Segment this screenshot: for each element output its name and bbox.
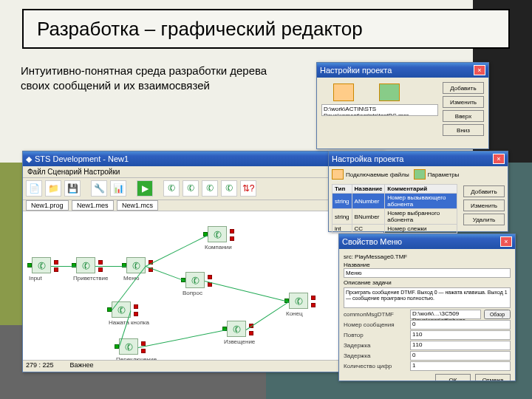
desc-label: Описание задачи [344,279,511,286]
prop-row: Задержка0 [344,351,511,361]
dlg3-titlebar[interactable]: Свойство Меню × [339,234,515,249]
node-3[interactable]: ✆Компании [208,226,230,248]
folder-icon [332,169,344,180]
prop-row: Количество цифр1 [344,361,511,371]
node-8[interactable]: ✆Конец [289,293,311,315]
prop-row: Задержка110 [344,341,511,350]
prop-value[interactable]: 110 [410,341,511,350]
tab-params[interactable]: Параметры [414,169,460,180]
project-settings-dialog-2: Настройка проекта × Подключаемые файлы П… [328,151,508,232]
save-button[interactable]: 💾 [64,180,81,197]
path-field[interactable]: D:\work\ACTIN\STS Development\scripts\te… [321,104,438,116]
node-7[interactable]: ✆Извещение [227,321,249,343]
canvas[interactable]: ✆Input✆Приветствие✆Меню✆Компании✆Вопрос✆… [23,211,383,366]
dlg2-titlebar[interactable]: Настройка проекта × [329,151,508,166]
edge [95,266,126,267]
ok-button[interactable]: ОК [435,374,471,381]
tool-phone-3[interactable]: ✆ [202,180,218,197]
prop-row: commonMsgDTMFD:\work\…\3C509 Developer\a… [344,310,511,319]
tool-phone-4[interactable]: ✆ [221,180,237,197]
prop-value[interactable]: 110 [410,330,511,340]
up-button[interactable]: Вверх [443,110,484,122]
tab-files[interactable]: Подключаемые файлы [332,169,409,180]
tool-branch[interactable]: ⇅? [240,180,256,197]
gear-icon [414,169,426,180]
tab-1[interactable]: New1.mes [72,200,114,211]
folder-icon [333,83,354,101]
table-row: stringANumberНомер вызывающего абонента [332,194,457,209]
edge [51,266,76,267]
edge [138,330,227,348]
dlg1-title: Настройки проекта [320,66,392,75]
settings-button[interactable]: 🔧 [91,180,107,197]
statusbar: 279 : 225 Важнее [23,360,383,372]
dlg2-title: Настройка проекта [332,154,404,163]
node-4[interactable]: ✆Вопрос [185,272,208,294]
new-button[interactable]: 📄 [26,180,42,197]
params-button[interactable]: 📊 [110,180,126,197]
down-button[interactable]: Вниз [443,124,484,136]
tab-2[interactable]: New1.mcs [117,200,158,211]
slide-body: Интуитивно-понятная среда разработки дер… [21,64,287,94]
delete-button[interactable]: Удалить [463,214,505,225]
node-6[interactable]: ✆Переключение [119,338,141,361]
cancel-button[interactable]: Отмена [475,374,511,381]
edit-button[interactable]: Изменить [463,200,505,211]
add-button[interactable]: Добавить [463,185,505,197]
close-icon[interactable]: × [474,65,485,75]
edge [146,235,208,267]
table-row: intCCНомер слежки [332,225,457,233]
prop-value[interactable]: 1 [410,361,511,371]
node-0[interactable]: ✆Input [32,257,54,279]
node-1[interactable]: ✆Приветствие [76,257,98,279]
tab-0[interactable]: New1.prog [26,200,69,211]
status-coords: 279 : 225 [26,361,54,371]
desc-box: Проиграть сообщение DTMF. Выход 0 — нажа… [344,287,511,308]
browse-button[interactable]: Обзор [484,310,511,319]
edge [246,301,290,330]
prop-row: Повтор110 [344,330,511,340]
tool-phone-2[interactable]: ✆ [183,180,199,197]
edge [146,266,185,282]
dlg3-title: Свойство Меню [342,237,402,246]
slide-title: Разработка – графический редактор [37,18,363,41]
name-input[interactable] [344,268,511,278]
project-settings-dialog-1: Настройки проекта × Подключаемые файлы П… [316,62,489,149]
dlg1-titlebar[interactable]: Настройки проекта × [317,63,488,78]
add-button[interactable]: Добавить [443,82,484,94]
prop-row: Номер сообщения0 [344,320,511,330]
edge [205,281,289,302]
properties-dialog: Свойство Меню × src: PlayMessage0.TMF На… [338,233,516,381]
src-path: src: PlayMessage0.TMF [344,253,511,260]
app-icon: ◆ [26,154,32,164]
status-mode: Важнее [70,361,94,371]
close-icon[interactable]: × [500,236,512,247]
tool-phone-1[interactable]: ✆ [163,180,180,197]
prop-value[interactable]: 0 [410,320,511,330]
open-button[interactable]: 📁 [45,180,61,197]
params-table[interactable]: ТипНазваниеКомментарий stringANumberНоме… [332,184,457,233]
table-row: stringBNumberНомер выбранного абонента [332,209,457,225]
editor-title: STS Development - New1 [35,154,129,163]
gear-icon [379,83,400,101]
prop-value[interactable]: 0 [410,351,511,361]
close-icon[interactable]: × [493,154,505,164]
edit-button[interactable]: Изменить [443,96,484,108]
name-label: Название [344,262,511,268]
slide-title-box: Разработка – графический редактор [22,9,510,49]
run-button[interactable]: ▶ [137,180,153,197]
prop-value[interactable]: D:\work\…\3C509 Developer\att\phone [410,310,481,319]
